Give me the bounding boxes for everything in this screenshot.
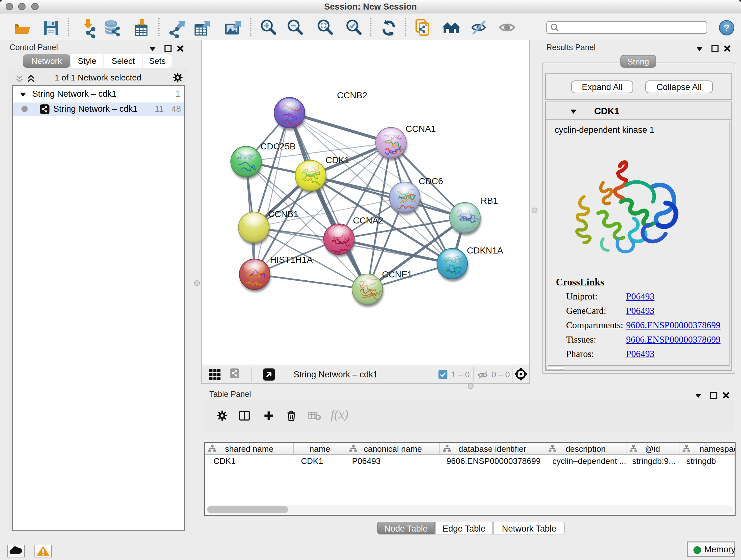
svg-text:CCNE1: CCNE1 (382, 269, 412, 279)
svg-text:CDK1: CDK1 (326, 155, 349, 165)
svg-text:CDKN1A: CDKN1A (467, 246, 503, 255)
svg-text:HIST1H1A: HIST1H1A (270, 255, 313, 265)
svg-text:CCNA2: CCNA2 (353, 215, 383, 226)
svg-text:CCNB2: CCNB2 (337, 90, 367, 100)
svg-text:CDC25B: CDC25B (260, 141, 295, 151)
svg-text:CDC6: CDC6 (419, 176, 443, 186)
svg-text:CCNB1: CCNB1 (268, 209, 298, 219)
svg-text:?: ? (724, 22, 730, 33)
svg-text:RB1: RB1 (481, 196, 498, 206)
svg-text:CCNA1: CCNA1 (406, 124, 436, 134)
